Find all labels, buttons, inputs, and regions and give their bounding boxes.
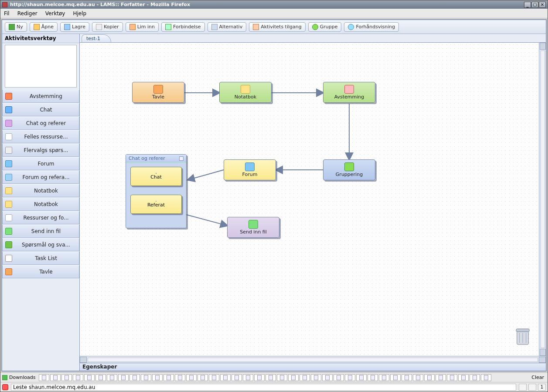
download-item[interactable] xyxy=(61,374,72,381)
tool-chat-and-scribe[interactable]: Chat og referer xyxy=(2,117,79,130)
window-close-button[interactable]: ✕ xyxy=(539,2,546,8)
tool-shared-resources[interactable]: Felles ressurse... xyxy=(2,130,79,143)
download-item[interactable] xyxy=(243,374,253,381)
tb-open[interactable]: Åpne xyxy=(30,22,58,32)
file-icon xyxy=(257,375,262,380)
activity-notatbok[interactable]: Notatbok xyxy=(219,82,272,103)
download-item[interactable] xyxy=(265,374,276,381)
menu-rediger[interactable]: Rediger xyxy=(17,10,37,17)
tool-chat[interactable]: Chat xyxy=(2,103,79,116)
download-item[interactable] xyxy=(254,374,265,381)
download-item[interactable] xyxy=(345,374,355,381)
download-item[interactable] xyxy=(413,374,423,381)
activity-tavle[interactable]: Tavle xyxy=(132,82,184,103)
download-item[interactable] xyxy=(73,374,83,381)
tool-vote[interactable]: Avstemming xyxy=(2,90,79,103)
downloads-label[interactable]: Downloads xyxy=(2,375,35,380)
tool-task-list[interactable]: Task List xyxy=(2,252,79,265)
download-item[interactable] xyxy=(209,374,219,381)
download-item[interactable] xyxy=(470,374,480,381)
tool-forum[interactable]: Forum xyxy=(2,157,79,170)
tool-notebook-2[interactable]: Notatbok xyxy=(2,198,79,211)
download-item[interactable] xyxy=(481,374,491,381)
plus-icon xyxy=(9,24,15,30)
download-item[interactable] xyxy=(447,374,457,381)
tb-save[interactable]: Lagre xyxy=(60,22,89,32)
download-item[interactable] xyxy=(402,374,412,381)
tool-multiple-choice[interactable]: Flervalgs spørs... xyxy=(2,144,79,157)
download-item[interactable] xyxy=(107,374,117,381)
properties-panel-header[interactable]: Egenskaper xyxy=(80,363,546,371)
download-item[interactable] xyxy=(288,374,299,381)
download-item[interactable] xyxy=(186,374,197,381)
trash-bin[interactable] xyxy=(514,327,531,346)
activity-gruppering[interactable]: Gruppering xyxy=(323,159,375,180)
download-item[interactable] xyxy=(424,374,435,381)
download-item[interactable] xyxy=(277,374,287,381)
download-item[interactable] xyxy=(50,374,61,381)
tb-transition[interactable]: Forbindelse xyxy=(161,22,205,32)
downloads-clear-button[interactable]: Clear xyxy=(530,375,546,380)
download-item[interactable] xyxy=(129,374,140,381)
tool-scribe[interactable]: Tavle xyxy=(2,265,79,278)
download-item[interactable] xyxy=(368,374,378,381)
design-tab[interactable]: test-1 xyxy=(82,34,111,42)
activity-container-chat-referer[interactable]: Chat og referer Chat Referat xyxy=(126,154,187,228)
scroll-left-icon[interactable] xyxy=(80,357,87,363)
download-item[interactable] xyxy=(311,374,321,381)
download-item[interactable] xyxy=(300,374,310,381)
tb-gate[interactable]: Aktivitets tilgang xyxy=(249,22,306,32)
canvas-horizontal-scrollbar[interactable] xyxy=(80,356,546,363)
scroll-up-icon[interactable] xyxy=(540,43,546,50)
tool-qa[interactable]: Spørsmål og sva... xyxy=(2,238,79,251)
download-item[interactable] xyxy=(197,374,208,381)
tb-group[interactable]: Gruppe xyxy=(308,22,342,32)
window-maximize-button[interactable]: ▢ xyxy=(531,2,538,8)
file-icon xyxy=(178,375,182,380)
download-item[interactable] xyxy=(436,374,446,381)
download-item[interactable] xyxy=(39,374,49,381)
activity-forum[interactable]: Forum xyxy=(224,159,276,180)
download-item[interactable] xyxy=(458,374,469,381)
menu-hjelp[interactable]: Hjelp xyxy=(73,10,86,17)
download-item[interactable] xyxy=(231,374,242,381)
task-list-icon xyxy=(5,255,12,262)
tb-optional[interactable]: Alternativ xyxy=(208,22,247,32)
tb-preview[interactable]: Forhåndsvisning xyxy=(344,22,399,32)
scroll-right-icon[interactable] xyxy=(539,357,546,363)
menu-fil[interactable]: Fil xyxy=(4,10,10,17)
download-item[interactable] xyxy=(356,374,367,381)
status-indicator-2[interactable] xyxy=(528,384,536,391)
download-item[interactable] xyxy=(390,374,401,381)
download-item[interactable] xyxy=(84,374,95,381)
activity-avstemming[interactable]: Avstemming xyxy=(323,82,375,103)
download-item[interactable] xyxy=(95,374,106,381)
design-canvas[interactable]: Tavle Notatbok Avstemming xyxy=(80,43,539,356)
activity-chat[interactable]: Chat xyxy=(130,167,182,186)
menu-verktoy[interactable]: Verktøy xyxy=(45,10,65,17)
tb-new[interactable]: Ny xyxy=(5,22,27,32)
download-item[interactable] xyxy=(175,374,185,381)
download-item[interactable] xyxy=(334,374,344,381)
tool-forum-and-scribe[interactable]: Forum og refera... xyxy=(2,171,79,184)
canvas-vertical-scrollbar[interactable] xyxy=(539,43,546,356)
download-item[interactable] xyxy=(141,374,151,381)
scroll-down-icon[interactable] xyxy=(540,349,546,356)
download-item[interactable] xyxy=(163,374,174,381)
download-item[interactable] xyxy=(379,374,389,381)
download-item[interactable] xyxy=(118,374,129,381)
tool-notebook-1[interactable]: Notatbok xyxy=(2,184,79,197)
download-item[interactable] xyxy=(152,374,163,381)
status-indicator-1[interactable] xyxy=(519,384,527,391)
tool-resources[interactable]: Ressurser og fo... xyxy=(2,211,79,224)
window-minimize-button[interactable]: _ xyxy=(524,2,531,8)
tool-submit-file[interactable]: Send inn fil xyxy=(2,225,79,238)
tb-paste[interactable]: Lim inn xyxy=(126,22,159,32)
activity-referat[interactable]: Referat xyxy=(130,195,182,214)
download-item[interactable] xyxy=(220,374,231,381)
container-collapse-icon[interactable] xyxy=(179,156,184,161)
download-item[interactable] xyxy=(322,374,333,381)
tb-copy[interactable]: Kopier xyxy=(92,22,123,32)
activity-send-inn-fil[interactable]: Send inn fil xyxy=(227,217,279,238)
activity-toolkit-panel: Aktivitetsverktøy Avstemming Chat Chat o… xyxy=(2,34,80,371)
